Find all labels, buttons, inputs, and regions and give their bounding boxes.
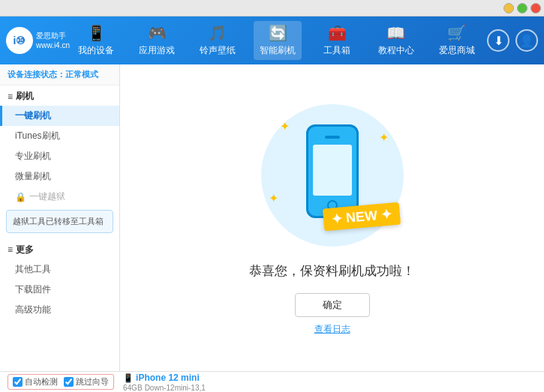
illustration: ✦ ✦ ✦ ✦ NEW ✦ [257, 100, 407, 250]
lock-icon: 🔒 [15, 192, 26, 202]
phone-body [306, 124, 359, 218]
device-name: iPhone 12 mini [136, 373, 200, 383]
main-area: 设备连接状态：正常模式 ≡ 刷机 一键刷机 iTunes刷机 专业刷机 微量刷机… [0, 64, 544, 371]
phone-graphic [306, 124, 359, 218]
nav-apps-games[interactable]: 🎮 应用游戏 [133, 21, 181, 60]
user-button[interactable]: 👤 [515, 29, 538, 52]
sidebar-item-itunes-flash[interactable]: iTunes刷机 [0, 126, 119, 146]
sidebar-section-more: ≡ 更多 [0, 239, 119, 259]
device-info: 📱 iPhone 12 mini 64GB Down-12mini-13,1 [123, 373, 536, 392]
titlebar [0, 0, 544, 16]
my-device-icon: 📱 [87, 24, 106, 42]
sparkle-icon-2: ✦ [379, 130, 389, 145]
close-button[interactable] [530, 3, 541, 13]
confirm-button[interactable]: 确定 [295, 293, 370, 317]
nav-shop[interactable]: 🛒 爱思商城 [433, 21, 481, 60]
flash-section-icon: ≡ [8, 91, 13, 102]
skip-wizard-checkbox[interactable]: 跳过向导 [64, 376, 109, 388]
tutorials-icon: 📖 [386, 24, 405, 42]
content-area: ✦ ✦ ✦ ✦ NEW ✦ 恭喜您，保资料刷机成功啦！ 确定 查看日志 [120, 64, 544, 371]
apps-games-icon: 🎮 [148, 24, 167, 42]
connection-status: 设备连接状态：正常模式 [0, 64, 119, 85]
sparkle-icon-3: ✦ [269, 191, 278, 205]
download-button[interactable]: ⬇ [487, 29, 509, 52]
sidebar-item-download-fw[interactable]: 下载固件 [0, 280, 119, 300]
sidebar-item-other-tools[interactable]: 其他工具 [0, 259, 119, 280]
sidebar-section-flash: ≡ 刷机 [0, 85, 119, 106]
device-model-text: Down-12mini-13,1 [145, 384, 206, 392]
device-icon: 📱 [123, 373, 136, 382]
device-storage: 64GB [123, 384, 143, 392]
smart-flash-icon: 🔄 [269, 24, 287, 42]
minimize-button[interactable] [503, 3, 514, 13]
sidebar-item-one-click[interactable]: 一键刷机 [0, 106, 119, 126]
sidebar-item-pro-flash[interactable]: 专业刷机 [0, 146, 119, 166]
nav-toolbox[interactable]: 🧰 工具箱 [314, 21, 359, 60]
nav-smart-flash[interactable]: 🔄 智能刷机 [254, 21, 302, 60]
checkbox-group: 自动检测 跳过向导 [8, 374, 114, 390]
success-message: 恭喜您，保资料刷机成功啦！ [249, 262, 415, 280]
nav-tutorials[interactable]: 📖 教程中心 [372, 21, 420, 60]
shop-icon: 🛒 [447, 24, 466, 42]
phone-screen [313, 145, 352, 196]
view-log-link[interactable]: 查看日志 [314, 323, 350, 336]
logo-area: i⑩ 爱思助手 www.i4.cn [6, 27, 66, 54]
more-section-icon: ≡ [8, 244, 13, 255]
toolbox-icon: 🧰 [328, 24, 347, 42]
sidebar-item-data-flash[interactable]: 微量刷机 [0, 166, 119, 187]
logo-icon: i⑩ [6, 27, 33, 54]
nav-my-device[interactable]: 📱 我的设备 [72, 21, 120, 60]
sidebar-item-jailbreak-disabled: 🔒 一键越狱 [0, 187, 119, 207]
phone-speaker [325, 136, 340, 139]
bottom-bar: 自动检测 跳过向导 📱 iPhone 12 mini 64GB Down-12m… [0, 371, 544, 392]
sidebar-item-advanced[interactable]: 高级功能 [0, 300, 119, 320]
maximize-button[interactable] [517, 3, 527, 13]
sparkle-icon-1: ✦ [280, 119, 290, 133]
auto-detect-checkbox[interactable]: 自动检测 [13, 376, 58, 388]
header: i⑩ 爱思助手 www.i4.cn 📱 我的设备 🎮 应用游戏 🎵 铃声壁纸 🔄… [0, 16, 544, 64]
sidebar-info-box: 越狱工具已转移至工具箱 [6, 210, 113, 233]
ringtones-icon: 🎵 [208, 24, 227, 42]
nav-items: 📱 我的设备 🎮 应用游戏 🎵 铃声壁纸 🔄 智能刷机 🧰 工具箱 📖 教程中心… [66, 21, 487, 60]
nav-ringtones[interactable]: 🎵 铃声壁纸 [194, 21, 242, 60]
logo-text: 爱思助手 www.i4.cn [36, 31, 70, 50]
sidebar: 设备连接状态：正常模式 ≡ 刷机 一键刷机 iTunes刷机 专业刷机 微量刷机… [0, 64, 120, 371]
nav-right: ⬇ 👤 [487, 29, 538, 52]
